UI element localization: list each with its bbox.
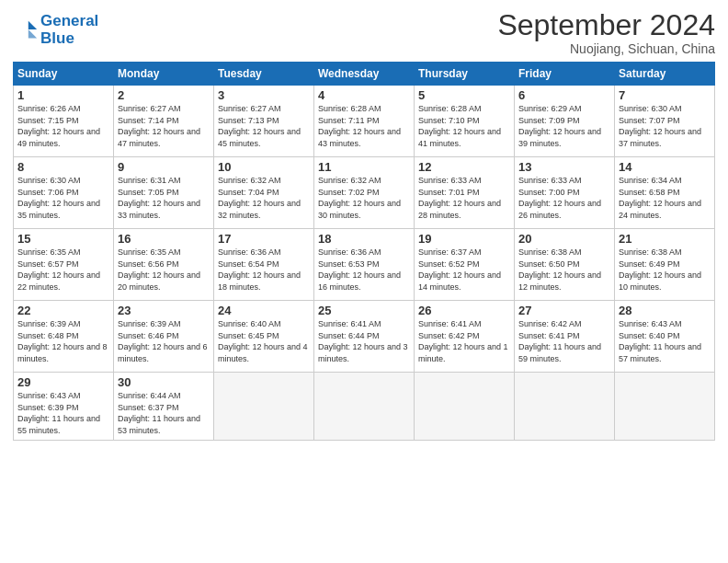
calendar-cell bbox=[515, 373, 615, 440]
day-number: 11 bbox=[318, 160, 410, 174]
day-number: 15 bbox=[17, 232, 109, 246]
day-number: 25 bbox=[318, 304, 410, 317]
calendar-cell: 6 Sunrise: 6:29 AMSunset: 7:09 PMDayligh… bbox=[515, 86, 615, 157]
calendar-cell: 10 Sunrise: 6:32 AMSunset: 7:04 PMDaylig… bbox=[214, 157, 314, 229]
calendar-cell: 17 Sunrise: 6:36 AMSunset: 6:54 PMDaylig… bbox=[214, 229, 314, 301]
calendar-cell: 27 Sunrise: 6:42 AMSunset: 6:41 PMDaylig… bbox=[515, 301, 615, 373]
weekday-header: Saturday bbox=[615, 63, 715, 86]
day-info: Sunrise: 6:30 AMSunset: 7:07 PMDaylight:… bbox=[619, 104, 701, 148]
calendar-cell: 5 Sunrise: 6:28 AMSunset: 7:10 PMDayligh… bbox=[415, 86, 515, 157]
calendar-cell: 2 Sunrise: 6:27 AMSunset: 7:14 PMDayligh… bbox=[114, 86, 214, 157]
calendar-cell: 12 Sunrise: 6:33 AMSunset: 7:01 PMDaylig… bbox=[415, 157, 515, 229]
day-number: 18 bbox=[318, 232, 410, 246]
day-number: 14 bbox=[619, 160, 711, 174]
day-info: Sunrise: 6:43 AMSunset: 6:39 PMDaylight:… bbox=[17, 391, 100, 435]
day-info: Sunrise: 6:26 AMSunset: 7:15 PMDaylight:… bbox=[17, 104, 100, 148]
calendar-cell: 21 Sunrise: 6:38 AMSunset: 6:49 PMDaylig… bbox=[615, 229, 715, 301]
day-number: 7 bbox=[619, 88, 711, 102]
day-number: 3 bbox=[218, 88, 310, 102]
day-number: 26 bbox=[418, 304, 510, 317]
day-info: Sunrise: 6:43 AMSunset: 6:40 PMDaylight:… bbox=[619, 319, 701, 363]
calendar-table: SundayMondayTuesdayWednesdayThursdayFrid… bbox=[13, 62, 715, 440]
calendar-cell: 11 Sunrise: 6:32 AMSunset: 7:02 PMDaylig… bbox=[314, 157, 415, 229]
calendar-cell: 18 Sunrise: 6:36 AMSunset: 6:53 PMDaylig… bbox=[314, 229, 415, 301]
day-number: 17 bbox=[218, 232, 310, 246]
day-number: 13 bbox=[518, 160, 610, 174]
day-number: 30 bbox=[118, 375, 210, 389]
day-number: 22 bbox=[17, 304, 109, 317]
day-info: Sunrise: 6:35 AMSunset: 6:57 PMDaylight:… bbox=[17, 247, 100, 292]
calendar-cell: 13 Sunrise: 6:33 AMSunset: 7:00 PMDaylig… bbox=[515, 157, 615, 229]
day-info: Sunrise: 6:40 AMSunset: 6:45 PMDaylight:… bbox=[218, 319, 308, 363]
calendar-cell: 15 Sunrise: 6:35 AMSunset: 6:57 PMDaylig… bbox=[14, 229, 114, 301]
day-info: Sunrise: 6:28 AMSunset: 7:10 PMDaylight:… bbox=[418, 104, 501, 148]
calendar-cell bbox=[615, 373, 715, 440]
calendar-cell: 26 Sunrise: 6:41 AMSunset: 6:42 PMDaylig… bbox=[415, 301, 515, 373]
calendar-cell: 8 Sunrise: 6:30 AMSunset: 7:06 PMDayligh… bbox=[14, 157, 114, 229]
day-number: 8 bbox=[17, 160, 109, 174]
day-info: Sunrise: 6:39 AMSunset: 6:46 PMDaylight:… bbox=[118, 319, 208, 363]
calendar-cell: 4 Sunrise: 6:28 AMSunset: 7:11 PMDayligh… bbox=[314, 86, 415, 157]
logo-text: General Blue bbox=[40, 13, 98, 47]
calendar-cell: 9 Sunrise: 6:31 AMSunset: 7:05 PMDayligh… bbox=[114, 157, 214, 229]
calendar-row: 1 Sunrise: 6:26 AMSunset: 7:15 PMDayligh… bbox=[14, 86, 715, 157]
day-info: Sunrise: 6:36 AMSunset: 6:54 PMDaylight:… bbox=[218, 247, 301, 292]
calendar-cell: 25 Sunrise: 6:41 AMSunset: 6:44 PMDaylig… bbox=[314, 301, 415, 373]
day-info: Sunrise: 6:38 AMSunset: 6:50 PMDaylight:… bbox=[518, 247, 601, 292]
header: General Blue September 2024 Nuojiang, Si… bbox=[13, 9, 715, 56]
day-number: 4 bbox=[318, 88, 410, 102]
day-info: Sunrise: 6:32 AMSunset: 7:04 PMDaylight:… bbox=[218, 176, 301, 220]
calendar-cell: 7 Sunrise: 6:30 AMSunset: 7:07 PMDayligh… bbox=[615, 86, 715, 157]
day-info: Sunrise: 6:37 AMSunset: 6:52 PMDaylight:… bbox=[418, 247, 501, 292]
day-number: 21 bbox=[619, 232, 711, 246]
day-info: Sunrise: 6:33 AMSunset: 7:00 PMDaylight:… bbox=[518, 176, 601, 220]
day-info: Sunrise: 6:29 AMSunset: 7:09 PMDaylight:… bbox=[518, 104, 601, 148]
day-number: 12 bbox=[418, 160, 510, 174]
calendar-row: 22 Sunrise: 6:39 AMSunset: 6:48 PMDaylig… bbox=[14, 301, 715, 373]
weekday-header: Friday bbox=[515, 63, 615, 86]
day-number: 27 bbox=[518, 304, 610, 317]
calendar-cell bbox=[415, 373, 515, 440]
title-area: September 2024 Nuojiang, Sichuan, China bbox=[497, 9, 715, 56]
weekday-header: Tuesday bbox=[214, 63, 314, 86]
day-number: 16 bbox=[118, 232, 210, 246]
day-number: 9 bbox=[118, 160, 210, 174]
logo: General Blue bbox=[13, 13, 98, 47]
day-number: 29 bbox=[17, 375, 109, 389]
calendar-cell bbox=[214, 373, 314, 440]
day-info: Sunrise: 6:41 AMSunset: 6:44 PMDaylight:… bbox=[318, 319, 408, 363]
logo-icon bbox=[13, 17, 39, 43]
day-number: 23 bbox=[118, 304, 210, 317]
day-number: 2 bbox=[118, 88, 210, 102]
calendar-row: 29 Sunrise: 6:43 AMSunset: 6:39 PMDaylig… bbox=[14, 373, 715, 440]
day-info: Sunrise: 6:41 AMSunset: 6:42 PMDaylight:… bbox=[418, 319, 508, 363]
day-info: Sunrise: 6:39 AMSunset: 6:48 PMDaylight:… bbox=[17, 319, 108, 363]
calendar-cell: 28 Sunrise: 6:43 AMSunset: 6:40 PMDaylig… bbox=[615, 301, 715, 373]
day-info: Sunrise: 6:34 AMSunset: 6:58 PMDaylight:… bbox=[619, 176, 701, 220]
day-info: Sunrise: 6:36 AMSunset: 6:53 PMDaylight:… bbox=[318, 247, 401, 292]
calendar-header-row: SundayMondayTuesdayWednesdayThursdayFrid… bbox=[14, 63, 715, 86]
day-number: 19 bbox=[418, 232, 510, 246]
day-number: 20 bbox=[518, 232, 610, 246]
day-info: Sunrise: 6:27 AMSunset: 7:14 PMDaylight:… bbox=[118, 104, 200, 148]
calendar-cell: 14 Sunrise: 6:34 AMSunset: 6:58 PMDaylig… bbox=[615, 157, 715, 229]
day-info: Sunrise: 6:32 AMSunset: 7:02 PMDaylight:… bbox=[318, 176, 401, 220]
weekday-header: Monday bbox=[114, 63, 214, 86]
page-container: General Blue September 2024 Nuojiang, Si… bbox=[0, 0, 728, 450]
day-info: Sunrise: 6:30 AMSunset: 7:06 PMDaylight:… bbox=[17, 176, 100, 220]
day-number: 10 bbox=[218, 160, 310, 174]
calendar-cell bbox=[314, 373, 415, 440]
day-info: Sunrise: 6:42 AMSunset: 6:41 PMDaylight:… bbox=[518, 319, 601, 363]
calendar-cell: 1 Sunrise: 6:26 AMSunset: 7:15 PMDayligh… bbox=[14, 86, 114, 157]
month-title: September 2024 bbox=[497, 9, 715, 41]
calendar-row: 8 Sunrise: 6:30 AMSunset: 7:06 PMDayligh… bbox=[14, 157, 715, 229]
day-number: 28 bbox=[619, 304, 711, 317]
calendar-cell: 30 Sunrise: 6:44 AMSunset: 6:37 PMDaylig… bbox=[114, 373, 214, 440]
calendar-cell: 20 Sunrise: 6:38 AMSunset: 6:50 PMDaylig… bbox=[515, 229, 615, 301]
day-info: Sunrise: 6:28 AMSunset: 7:11 PMDaylight:… bbox=[318, 104, 401, 148]
weekday-header: Thursday bbox=[415, 63, 515, 86]
svg-rect-0 bbox=[13, 17, 39, 43]
calendar-cell: 24 Sunrise: 6:40 AMSunset: 6:45 PMDaylig… bbox=[214, 301, 314, 373]
calendar-cell: 19 Sunrise: 6:37 AMSunset: 6:52 PMDaylig… bbox=[415, 229, 515, 301]
calendar-row: 15 Sunrise: 6:35 AMSunset: 6:57 PMDaylig… bbox=[14, 229, 715, 301]
